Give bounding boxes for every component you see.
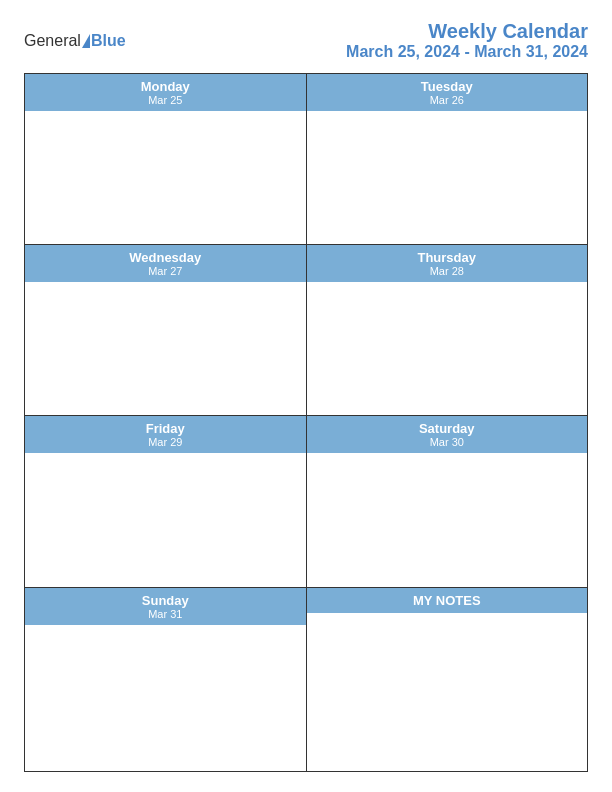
cell-tuesday: Tuesday Mar 26 — [307, 74, 588, 244]
monday-date-label: Mar 25 — [25, 94, 306, 106]
calendar-title: Weekly Calendar — [346, 20, 588, 43]
row-sunday-notes: Sunday Mar 31 MY NOTES — [25, 588, 587, 771]
row-friday-saturday: Friday Mar 29 Saturday Mar 30 — [25, 416, 587, 587]
sunday-day-label: Sunday — [25, 593, 306, 608]
wednesday-body — [25, 282, 306, 415]
monday-day-label: Monday — [25, 79, 306, 94]
tuesday-day-label: Tuesday — [307, 79, 588, 94]
page: General Blue Weekly Calendar March 25, 2… — [0, 0, 612, 792]
tuesday-date-label: Mar 26 — [307, 94, 588, 106]
thursday-header: Thursday Mar 28 — [307, 245, 588, 282]
cell-wednesday: Wednesday Mar 27 — [25, 245, 307, 415]
friday-date-label: Mar 29 — [25, 436, 306, 448]
cell-sunday: Sunday Mar 31 — [25, 588, 307, 771]
cell-thursday: Thursday Mar 28 — [307, 245, 588, 415]
friday-body — [25, 453, 306, 586]
sunday-header: Sunday Mar 31 — [25, 588, 306, 625]
thursday-body — [307, 282, 588, 415]
logo: General Blue — [24, 32, 126, 50]
title-container: Weekly Calendar March 25, 2024 - March 3… — [346, 20, 588, 61]
sunday-body — [25, 625, 306, 771]
saturday-date-label: Mar 30 — [307, 436, 588, 448]
monday-header: Monday Mar 25 — [25, 74, 306, 111]
cell-saturday: Saturday Mar 30 — [307, 416, 588, 586]
notes-header: MY NOTES — [307, 588, 588, 613]
row-monday-tuesday: Monday Mar 25 Tuesday Mar 26 — [25, 74, 587, 245]
logo-blue: Blue — [91, 32, 126, 50]
calendar-date-range: March 25, 2024 - March 31, 2024 — [346, 43, 588, 61]
saturday-body — [307, 453, 588, 586]
logo-general: General — [24, 32, 81, 50]
tuesday-header: Tuesday Mar 26 — [307, 74, 588, 111]
calendar-grid: Monday Mar 25 Tuesday Mar 26 Wednesday M… — [24, 73, 588, 772]
logo-text: General Blue — [24, 32, 126, 50]
notes-body — [307, 613, 588, 771]
row-wednesday-thursday: Wednesday Mar 27 Thursday Mar 28 — [25, 245, 587, 416]
cell-friday: Friday Mar 29 — [25, 416, 307, 586]
saturday-header: Saturday Mar 30 — [307, 416, 588, 453]
cell-monday: Monday Mar 25 — [25, 74, 307, 244]
wednesday-header: Wednesday Mar 27 — [25, 245, 306, 282]
header: General Blue Weekly Calendar March 25, 2… — [24, 20, 588, 61]
monday-body — [25, 111, 306, 244]
wednesday-date-label: Mar 27 — [25, 265, 306, 277]
tuesday-body — [307, 111, 588, 244]
saturday-day-label: Saturday — [307, 421, 588, 436]
cell-notes: MY NOTES — [307, 588, 588, 771]
notes-label: MY NOTES — [413, 593, 481, 608]
thursday-day-label: Thursday — [307, 250, 588, 265]
thursday-date-label: Mar 28 — [307, 265, 588, 277]
friday-header: Friday Mar 29 — [25, 416, 306, 453]
wednesday-day-label: Wednesday — [25, 250, 306, 265]
sunday-date-label: Mar 31 — [25, 608, 306, 620]
friday-day-label: Friday — [25, 421, 306, 436]
logo-triangle-icon — [82, 34, 90, 48]
